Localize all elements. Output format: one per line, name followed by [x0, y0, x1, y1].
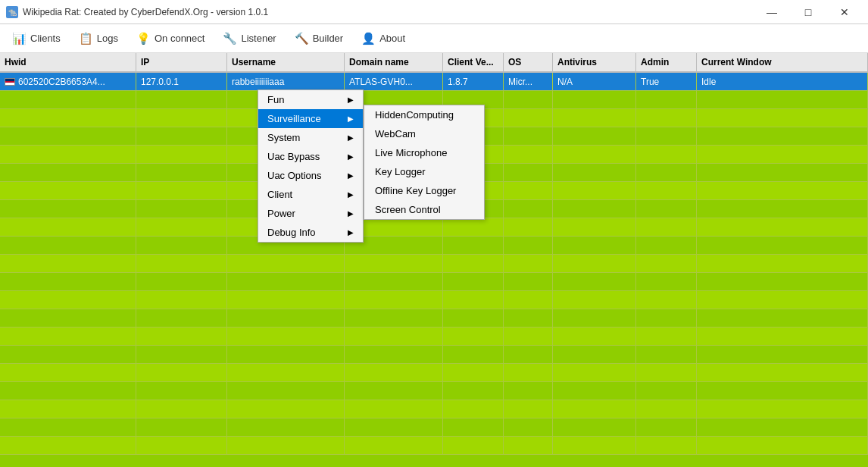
cell-empty [553, 218, 636, 236]
submenu-arrow-system: ▶ [348, 133, 354, 142]
cell-empty [443, 437, 504, 454]
cell-empty [0, 328, 136, 345]
cell-empty [553, 200, 636, 218]
cell-empty [636, 418, 697, 436]
table-row-empty[interactable] [0, 418, 868, 437]
table-row[interactable]: 602520C2B6653A4... 127.0.0.1 rabbeiiiiii… [0, 73, 868, 91]
ctx-screen-control[interactable]: Screen Control [364, 200, 484, 219]
ctx-power[interactable]: Power ▶ [258, 204, 363, 223]
ctx-live-microphone[interactable]: Live Microphone [364, 143, 484, 162]
menu-logs-label: Logs [97, 33, 118, 44]
cell-empty [697, 418, 868, 436]
ctx-hidden-computing[interactable]: HiddenComputing [364, 105, 484, 124]
cell-empty [136, 182, 227, 199]
table-row-empty[interactable] [0, 346, 868, 364]
ctx-surveillance[interactable]: Surveillance ▶ [258, 109, 363, 128]
ctx-system[interactable]: System ▶ [258, 128, 363, 147]
menu-on-connect[interactable]: 💡 On connect [127, 29, 214, 49]
menu-listener-label: Listener [241, 33, 276, 44]
col-header-username: Username [227, 53, 345, 71]
cell-empty [136, 418, 227, 436]
context-menu[interactable]: Fun ▶ Surveillance ▶ System ▶ Uac Bypass… [258, 89, 364, 243]
builder-icon: 🔨 [295, 32, 309, 45]
cell-empty [697, 91, 868, 108]
cell-empty [553, 164, 636, 181]
table-row-empty[interactable] [0, 364, 868, 382]
cell-empty [697, 127, 868, 145]
cell-empty [227, 328, 345, 345]
cell-empty [227, 382, 345, 400]
table-row-empty[interactable] [0, 309, 868, 328]
cell-empty [504, 437, 553, 454]
cell-empty [443, 237, 504, 254]
cell-empty [345, 309, 443, 327]
ctx-offline-key-logger[interactable]: Offline Key Logger [364, 181, 484, 200]
menu-clients[interactable]: 📊 Clients [3, 29, 70, 49]
col-header-admin: Admin [636, 53, 697, 71]
cell-empty [0, 309, 136, 327]
menu-listener[interactable]: 🔧 Listener [214, 29, 285, 49]
cell-empty [504, 346, 553, 363]
cell-empty [136, 200, 227, 218]
ctx-webcam[interactable]: WebCam [364, 124, 484, 143]
cell-empty [227, 437, 345, 454]
cell-empty [136, 146, 227, 163]
surveillance-submenu[interactable]: HiddenComputing WebCam Live Microphone K… [364, 105, 485, 220]
cell-empty [553, 328, 636, 345]
on-connect-icon: 💡 [136, 32, 151, 45]
cell-empty [636, 218, 697, 236]
cell-empty [0, 382, 136, 400]
cell-empty [636, 164, 697, 181]
ctx-client[interactable]: Client ▶ [258, 185, 363, 204]
cell-empty [697, 255, 868, 272]
ctx-key-logger[interactable]: Key Logger [364, 162, 484, 181]
maximize-button[interactable]: □ [791, 0, 826, 24]
table-row-empty[interactable] [0, 218, 868, 237]
ctx-uac-options[interactable]: Uac Options ▶ [258, 166, 363, 185]
cell-empty [697, 382, 868, 400]
cell-empty [553, 91, 636, 108]
table-row-empty[interactable] [0, 273, 868, 291]
cell-empty [0, 218, 136, 236]
menu-builder[interactable]: 🔨 Builder [286, 29, 352, 49]
cell-empty [0, 109, 136, 127]
table-row-empty[interactable] [0, 382, 868, 400]
ctx-fun[interactable]: Fun ▶ [258, 90, 363, 109]
cell-empty [227, 346, 345, 363]
minimize-button[interactable]: — [754, 0, 789, 24]
ctx-uac-bypass[interactable]: Uac Bypass ▶ [258, 147, 363, 166]
table-row-empty[interactable] [0, 237, 868, 255]
menu-about[interactable]: 👤 About [352, 29, 414, 49]
cell-empty [697, 364, 868, 381]
cell-empty [136, 309, 227, 327]
cell-empty [227, 400, 345, 418]
menu-logs[interactable]: 📋 Logs [70, 29, 127, 49]
table-row-empty[interactable] [0, 437, 868, 455]
cell-empty [0, 182, 136, 199]
table-row-empty[interactable] [0, 328, 868, 346]
cell-empty [0, 364, 136, 381]
cell-empty [443, 382, 504, 400]
cell-empty [227, 309, 345, 327]
cell-empty [697, 109, 868, 127]
ctx-debug-info[interactable]: Debug Info ▶ [258, 223, 363, 242]
cell-currentwin: Idle [697, 73, 868, 90]
cell-empty [504, 328, 553, 345]
titlebar-left: 🐀 Wikipedia Rat: Created by CyberDefendX… [6, 6, 268, 18]
cell-empty [345, 255, 443, 272]
cell-empty [553, 182, 636, 199]
table-row-empty[interactable] [0, 255, 868, 273]
cell-empty [443, 309, 504, 327]
cell-empty [443, 418, 504, 436]
cell-empty [504, 237, 553, 254]
cell-empty [136, 364, 227, 381]
cell-empty [0, 291, 136, 309]
close-button[interactable]: ✕ [827, 0, 862, 24]
table-row-empty[interactable] [0, 291, 868, 309]
submenu-arrow-surveillance: ▶ [348, 114, 354, 123]
table-row-empty[interactable] [0, 400, 868, 418]
cell-empty [0, 146, 136, 163]
cell-empty [697, 291, 868, 309]
cell-empty [443, 273, 504, 290]
cell-empty [0, 127, 136, 145]
